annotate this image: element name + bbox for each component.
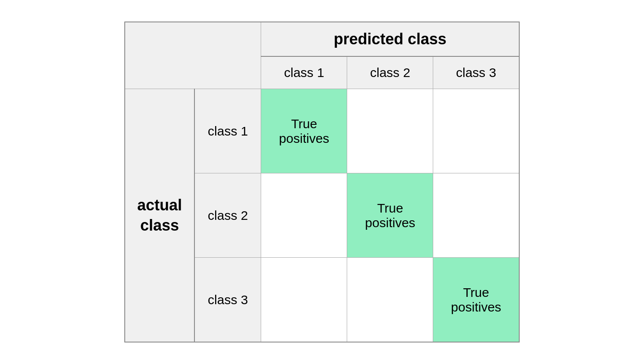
cell-3-2 — [347, 258, 433, 342]
row-label-1: class 1 — [194, 89, 261, 173]
col-header-1: class 1 — [261, 56, 347, 89]
row-label-2: class 2 — [194, 173, 261, 258]
cell-1-1: Truepositives — [261, 89, 347, 173]
predicted-class-header: predicted class — [261, 22, 519, 56]
cell-3-3: Truepositives — [433, 258, 519, 342]
col-header-3: class 3 — [433, 56, 519, 89]
cell-2-3 — [433, 173, 519, 258]
table-row: actualclass class 1 Truepositives — [125, 89, 519, 173]
cell-3-1 — [261, 258, 347, 342]
confusion-matrix: predicted class class 1 class 2 class 3 … — [124, 22, 520, 342]
row-label-3: class 3 — [194, 258, 261, 342]
cell-1-2 — [347, 89, 433, 173]
actual-class-label: actualclass — [125, 89, 194, 342]
col-header-2: class 2 — [347, 56, 433, 89]
top-left-empty-cell — [125, 22, 261, 89]
cell-2-2: Truepositives — [347, 173, 433, 258]
cell-1-3 — [433, 89, 519, 173]
cell-2-1 — [261, 173, 347, 258]
